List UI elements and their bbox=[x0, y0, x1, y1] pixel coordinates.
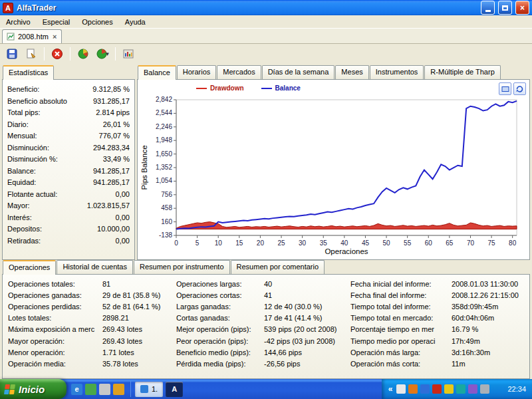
report-button[interactable] bbox=[120, 46, 137, 62]
tab-historial-de-cuentas[interactable]: Historial de cuentas bbox=[57, 260, 133, 274]
operation-stat-row: Máxima exposición a merc 269.43 lotes bbox=[8, 324, 176, 335]
save-button[interactable] bbox=[3, 46, 21, 62]
windows-flag-icon bbox=[4, 384, 15, 394]
operation-stat-value: 12 de 40 (30.0 %) bbox=[264, 303, 322, 311]
quick-launch-icon[interactable] bbox=[85, 384, 96, 395]
stat-label: Beneficio absoluto bbox=[7, 97, 67, 105]
operation-stat-row: Operaciones ganadas: 29 de 81 (35.8 %) bbox=[8, 289, 176, 301]
pie-chart-button[interactable] bbox=[74, 46, 92, 62]
operation-stat-row: Operaciones cortas: 41 bbox=[176, 289, 350, 301]
stat-row: Interés: 0,00 bbox=[7, 211, 130, 223]
operation-stat-value: -42 pips (03 jun 2008) bbox=[264, 337, 335, 345]
tab-dias-de-la-semana[interactable]: Días de la semana bbox=[262, 65, 335, 79]
tray-icon[interactable] bbox=[468, 384, 477, 394]
chart-legend: Drawdown Balance bbox=[196, 84, 301, 92]
operation-stat-label: Operaciones ganadas: bbox=[8, 291, 102, 299]
maximize-button[interactable] bbox=[498, 1, 512, 15]
maximize-icon bbox=[502, 5, 508, 11]
svg-text:50: 50 bbox=[382, 239, 390, 247]
stat-value: 33,49 % bbox=[103, 155, 130, 163]
operation-stat-row: Tiempo total en mercado: 60d:04h:06m bbox=[350, 313, 524, 324]
svg-text:65: 65 bbox=[446, 239, 454, 247]
chart-export-button[interactable] bbox=[499, 82, 511, 95]
tab-r-multiple-de-tharp[interactable]: R-Múltiple de Tharp bbox=[424, 65, 500, 79]
save-as-button[interactable] bbox=[23, 46, 40, 62]
stat-row: Mayor: 1.023.815,57 bbox=[7, 200, 130, 211]
operation-stat-label: Menor operación: bbox=[8, 348, 102, 356]
chart-refresh-button[interactable] bbox=[513, 82, 526, 95]
tab-operaciones[interactable]: Operaciones bbox=[3, 260, 56, 275]
operation-stat-label: Peor operación (pips): bbox=[176, 337, 264, 345]
svg-text:1,352: 1,352 bbox=[156, 164, 172, 171]
menu-opciones[interactable]: Opciones bbox=[76, 16, 118, 28]
operation-stat-row: Largas ganadas: 12 de 40 (30.0 %) bbox=[176, 301, 350, 312]
quick-launch-browser-icon[interactable]: e bbox=[71, 384, 82, 395]
tab-resumen-por-comentario[interactable]: Resumen por comentario bbox=[231, 260, 325, 274]
tab-meses[interactable]: Meses bbox=[335, 65, 368, 79]
tab-horarios[interactable]: Horarios bbox=[177, 65, 217, 79]
language-bar-button[interactable]: A bbox=[166, 382, 183, 397]
operation-stat-row: Beneficio medio (pips): 144,66 pips bbox=[176, 346, 350, 358]
stat-value: 0,00 bbox=[116, 190, 130, 198]
tray-icon[interactable] bbox=[456, 384, 466, 394]
document-tab-label: 2008.htm bbox=[18, 33, 49, 41]
stat-row: Diario: 26,01 % bbox=[7, 118, 130, 130]
operation-stat-label: Operaciones totales: bbox=[8, 280, 102, 288]
tab-resumen-por-instrumento[interactable]: Resumen por instrumento bbox=[134, 260, 230, 274]
tray-icon[interactable] bbox=[432, 384, 442, 394]
svg-text:1,650: 1,650 bbox=[156, 150, 172, 158]
tab-estadisticas[interactable]: Estadísticas bbox=[3, 65, 54, 80]
tray-icon[interactable] bbox=[492, 384, 501, 394]
tray-chevron-icon[interactable]: « bbox=[388, 384, 393, 394]
svg-text:458: 458 bbox=[161, 204, 172, 211]
tab-mercados[interactable]: Mercados bbox=[217, 65, 261, 79]
svg-text:60: 60 bbox=[425, 239, 433, 247]
quick-launch-icon[interactable] bbox=[99, 384, 110, 395]
tab-instrumentos[interactable]: Instrumentos bbox=[370, 65, 424, 79]
operation-stat-row: Lotes totales: 2898.21 bbox=[8, 313, 176, 324]
minimize-button[interactable] bbox=[481, 1, 495, 15]
app-window: A AlfaTrader × Archivo Especial Opciones… bbox=[0, 0, 532, 399]
tab-balance[interactable]: Balance bbox=[138, 65, 176, 80]
operation-stat-value: 17h:49m bbox=[452, 337, 480, 345]
operation-stat-value: -26,56 pips bbox=[264, 360, 300, 368]
menu-especial[interactable]: Especial bbox=[37, 16, 76, 28]
balance-chart-panel: Drawdown Balance -13816045 bbox=[137, 79, 530, 260]
svg-text:45: 45 bbox=[362, 239, 370, 247]
operation-stat-row: Operaciones perdidas: 52 de 81 (64.1 %) bbox=[8, 301, 176, 312]
cancel-icon bbox=[51, 48, 63, 60]
operation-stat-row: Operación más corta: 11m bbox=[350, 358, 524, 369]
svg-text:20: 20 bbox=[257, 239, 265, 247]
operation-stat-value: 269.43 lotes bbox=[102, 337, 142, 345]
quick-launch-icon[interactable] bbox=[113, 384, 124, 395]
tray-icon[interactable] bbox=[480, 384, 489, 394]
operation-stat-value: 2898.21 bbox=[102, 314, 129, 322]
start-button[interactable]: Inicio bbox=[0, 379, 66, 399]
stat-row: Balance: 941.285,17 bbox=[7, 165, 130, 177]
document-tab[interactable]: 2008.htm × bbox=[2, 29, 62, 43]
tray-icon[interactable] bbox=[444, 384, 454, 394]
svg-text:2,842: 2,842 bbox=[156, 96, 172, 103]
cancel-button[interactable] bbox=[49, 46, 66, 62]
refresh-icon bbox=[515, 84, 524, 93]
operation-stat-row: Cortas ganadas: 17 de 41 (41.4 %) bbox=[176, 313, 350, 324]
pie-chart-dropdown-button[interactable]: ▾ bbox=[94, 46, 111, 62]
toolbar-separator bbox=[115, 47, 116, 61]
tab-close-icon[interactable]: × bbox=[52, 33, 57, 41]
stat-label: Depositos: bbox=[7, 225, 42, 233]
svg-text:2,246: 2,246 bbox=[156, 123, 172, 130]
tray-icon[interactable] bbox=[396, 384, 406, 394]
operation-stat-value: 52 de 81 (64.1 %) bbox=[102, 303, 160, 311]
stat-value: 776,07 % bbox=[99, 132, 130, 140]
tray-icon[interactable] bbox=[408, 384, 418, 394]
save-as-icon bbox=[25, 48, 37, 60]
menu-ayuda[interactable]: Ayuda bbox=[119, 16, 152, 28]
tray-icon[interactable] bbox=[420, 384, 430, 394]
svg-text:1,054: 1,054 bbox=[156, 177, 172, 184]
menu-archivo[interactable]: Archivo bbox=[0, 16, 37, 28]
report-icon bbox=[122, 48, 134, 60]
taskbar-window-button[interactable]: 1. bbox=[135, 382, 163, 397]
operation-stat-row: Menor operación: 1.71 lotes bbox=[8, 346, 176, 358]
stat-label: Balance: bbox=[7, 167, 36, 175]
close-button[interactable]: × bbox=[515, 1, 529, 15]
